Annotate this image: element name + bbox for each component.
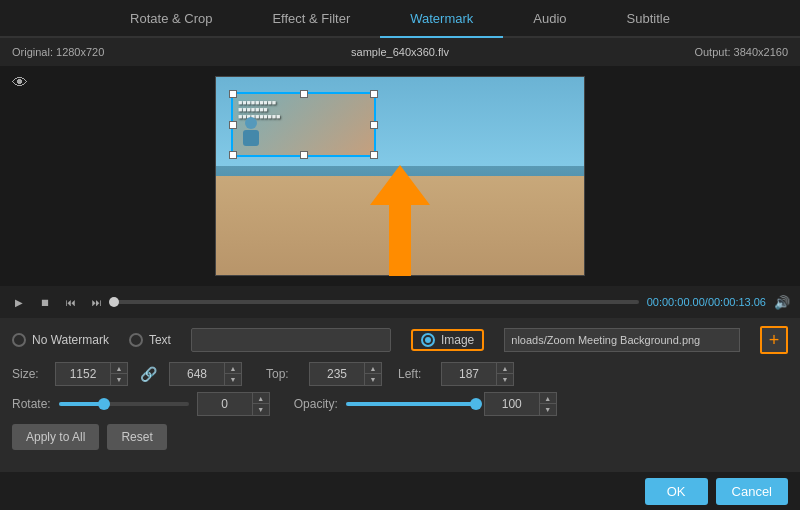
watermark-text-input[interactable] (191, 328, 391, 352)
resize-handle-lm[interactable] (229, 121, 237, 129)
top-spinner: ▲ ▼ (309, 362, 382, 386)
left-input[interactable] (441, 362, 496, 386)
width-down-btn[interactable]: ▼ (111, 374, 127, 385)
resize-handle-bl[interactable] (229, 151, 237, 159)
stop-button[interactable]: ⏹ (36, 293, 54, 311)
image-option[interactable]: Image (411, 329, 484, 351)
current-time: 00:00:00.00 (647, 296, 705, 308)
no-watermark-radio[interactable] (12, 333, 26, 347)
text-option[interactable]: Text (129, 333, 171, 347)
rotate-thumb[interactable] (98, 398, 110, 410)
tab-watermark[interactable]: Watermark (380, 0, 503, 38)
top-down-btn[interactable]: ▼ (365, 374, 381, 385)
visibility-toggle[interactable]: 👁 (12, 74, 28, 92)
text-label: Text (149, 333, 171, 347)
resize-handle-tr[interactable] (370, 90, 378, 98)
watermark-person-icon (241, 117, 261, 147)
top-up-btn[interactable]: ▲ (365, 363, 381, 374)
rotate-label: Rotate: (12, 397, 51, 411)
size-position-row: Size: ▲ ▼ 🔗 ▲ ▼ Top: ▲ ▼ Left: (12, 362, 788, 386)
volume-icon[interactable]: 🔊 (774, 295, 790, 310)
left-label: Left: (398, 367, 433, 381)
top-label: Top: (266, 367, 301, 381)
left-down-btn[interactable]: ▼ (497, 374, 513, 385)
left-up-btn[interactable]: ▲ (497, 363, 513, 374)
rotate-input[interactable] (197, 392, 252, 416)
no-watermark-option[interactable]: No Watermark (12, 333, 109, 347)
rotate-opacity-row: Rotate: ▲ ▼ Opacity: ▲ ▼ (12, 392, 788, 416)
height-down-btn[interactable]: ▼ (225, 374, 241, 385)
opacity-down-btn[interactable]: ▼ (540, 404, 556, 415)
add-image-button[interactable]: + (760, 326, 788, 354)
resize-handle-tl[interactable] (229, 90, 237, 98)
playback-bar: ▶ ⏹ ⏮ ⏭ 00:00:00.00/00:00:13.06 🔊 (0, 286, 800, 318)
reset-button[interactable]: Reset (107, 424, 166, 450)
opacity-thumb[interactable] (470, 398, 482, 410)
watermark-type-row: No Watermark Text Image nloads/Zoom Meet… (12, 326, 788, 354)
progress-bar[interactable] (114, 300, 639, 304)
original-resolution: Original: 1280x720 (12, 46, 104, 58)
total-time: 00:00:13.06 (708, 296, 766, 308)
play-button[interactable]: ▶ (10, 293, 28, 311)
action-buttons-row: Apply to All Reset (12, 424, 788, 450)
size-label: Size: (12, 367, 47, 381)
height-input[interactable] (169, 362, 224, 386)
image-label: Image (441, 333, 474, 347)
tab-audio[interactable]: Audio (503, 0, 596, 38)
skip-back-button[interactable]: ⏮ (62, 293, 80, 311)
opacity-label: Opacity: (294, 397, 338, 411)
rotate-down-btn[interactable]: ▼ (253, 404, 269, 415)
output-resolution: Output: 3840x2160 (694, 46, 788, 58)
tab-bar: Rotate & Crop Effect & Filter Watermark … (0, 0, 800, 38)
info-bar: Original: 1280x720 sample_640x360.flv Ou… (0, 38, 800, 66)
resize-handle-rm[interactable] (370, 121, 378, 129)
width-spinner: ▲ ▼ (55, 362, 128, 386)
rotate-up-btn[interactable]: ▲ (253, 393, 269, 404)
skip-forward-button[interactable]: ⏭ (88, 293, 106, 311)
resize-handle-br[interactable] (370, 151, 378, 159)
image-radio[interactable] (421, 333, 435, 347)
tab-subtitle[interactable]: Subtitle (597, 0, 700, 38)
opacity-fill (346, 402, 476, 406)
ok-button[interactable]: OK (645, 478, 708, 505)
opacity-slider[interactable] (346, 402, 476, 406)
video-preview: ■■■■■■■■■ ■■■■■■■ ■■■■■■■■■■ (215, 76, 585, 276)
time-display: 00:00:00.00/00:00:13.06 (647, 296, 766, 308)
opacity-spinner: ▲ ▼ (484, 392, 557, 416)
width-input[interactable] (55, 362, 110, 386)
cancel-button[interactable]: Cancel (716, 478, 788, 505)
preview-area: 👁 ■■■■■■■■■ ■■■■■■■ ■■■■■■■■■■ (0, 66, 800, 286)
watermark-overlay[interactable]: ■■■■■■■■■ ■■■■■■■ ■■■■■■■■■■ (231, 92, 376, 157)
resize-handle-bm[interactable] (300, 151, 308, 159)
text-radio[interactable] (129, 333, 143, 347)
height-up-btn[interactable]: ▲ (225, 363, 241, 374)
link-icon[interactable]: 🔗 (140, 366, 157, 382)
rotate-spinner: ▲ ▼ (197, 392, 270, 416)
width-up-btn[interactable]: ▲ (111, 363, 127, 374)
tab-effect-filter[interactable]: Effect & Filter (242, 0, 380, 38)
left-spinner: ▲ ▼ (441, 362, 514, 386)
arrow-indicator (389, 151, 411, 275)
opacity-up-btn[interactable]: ▲ (540, 393, 556, 404)
filename: sample_640x360.flv (351, 46, 449, 58)
progress-thumb[interactable] (109, 297, 119, 307)
no-watermark-label: No Watermark (32, 333, 109, 347)
resize-handle-tm[interactable] (300, 90, 308, 98)
controls-panel: No Watermark Text Image nloads/Zoom Meet… (0, 318, 800, 458)
top-input[interactable] (309, 362, 364, 386)
file-path-display: nloads/Zoom Meeting Background.png (504, 328, 740, 352)
bottom-bar: OK Cancel (0, 472, 800, 510)
opacity-input[interactable] (484, 392, 539, 416)
tab-rotate-crop[interactable]: Rotate & Crop (100, 0, 242, 38)
height-spinner: ▲ ▼ (169, 362, 242, 386)
rotate-slider[interactable] (59, 402, 189, 406)
apply-to-all-button[interactable]: Apply to All (12, 424, 99, 450)
